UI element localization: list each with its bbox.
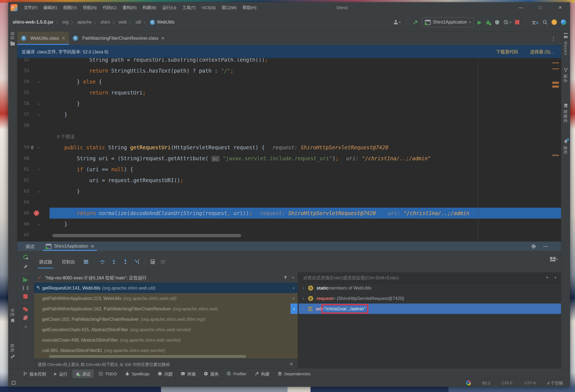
close-tab-icon[interactable]: ✕ <box>161 36 165 41</box>
line-number[interactable]: 67 <box>18 230 29 241</box>
fold-marker-icon[interactable]: ▵ <box>38 186 40 197</box>
chevron-down-icon[interactable]: ▾ <box>292 276 294 279</box>
line-number[interactable]: 55 <box>18 87 29 98</box>
expand-chevron-icon[interactable]: › <box>299 306 308 311</box>
menu-item-1[interactable]: 编辑(E) <box>40 5 60 10</box>
usages-hint[interactable]: 0 个用法 <box>52 134 75 139</box>
user-profile-button[interactable]: ▾ <box>393 20 401 24</box>
error-stripe-mark[interactable] <box>552 62 559 63</box>
stack-frame-row[interactable]: call:365, AbstractShiroFilter$1(org.apac… <box>34 345 298 356</box>
resume-button[interactable]: ▶ <box>23 277 28 282</box>
line-number[interactable]: 53 <box>18 65 29 76</box>
line-number[interactable]: 56 <box>18 98 29 109</box>
google-translate-icon[interactable] <box>466 380 471 385</box>
line-separator[interactable]: CRLF <box>502 380 513 385</box>
toolwindow-button-运行[interactable]: ▶运行 <box>51 370 71 378</box>
minimize-button[interactable]: — <box>511 2 531 13</box>
error-stripe-mark[interactable] <box>552 68 559 69</box>
stack-frame-row[interactable]: getPathWithinApplication:162, PathMatchi… <box>34 304 298 314</box>
line-number[interactable]: 64 <box>18 197 29 208</box>
choose-sources-link[interactable]: 选择源 (S)... <box>530 48 554 55</box>
menu-item-6[interactable]: 构建(B) <box>140 5 159 10</box>
dock-button-书签[interactable]: 书签 <box>8 308 17 323</box>
run-config-selector[interactable]: Shiro1Application ▾ <box>422 17 474 27</box>
menu-item-3[interactable]: 导航(N) <box>80 5 100 10</box>
stack-frame-row[interactable]: getChain:103, PathMatchingFilterChainRes… <box>34 314 298 324</box>
breadcrumb-segment[interactable]: org <box>62 20 68 25</box>
toolwindow-button-问题[interactable]: 问题 <box>154 370 176 378</box>
hide-windows-icon[interactable] <box>12 381 16 385</box>
update-notification-icon[interactable]: ↑ <box>551 19 557 25</box>
line-number[interactable]: 58 <box>18 120 29 131</box>
breadcrumb-segment[interactable]: web <box>119 20 127 25</box>
line-number[interactable]: 59 <box>18 142 29 153</box>
error-stripe-mark[interactable] <box>552 85 559 88</box>
dock-button-数据库[interactable]: 数据库 <box>561 103 570 123</box>
close-icon[interactable]: ✕ <box>91 244 94 249</box>
stack-frame-row[interactable]: getExecutionChain:415, AbstractShiroFilt… <box>34 324 298 335</box>
evaluate-expression-icon[interactable] <box>151 259 155 264</box>
error-stripe-mark[interactable] <box>552 82 559 84</box>
settings-gear-icon[interactable] <box>531 244 536 249</box>
stack-frame-row[interactable]: executeChain:448, AbstractShiroFilter(or… <box>34 335 298 345</box>
minimize-panel-icon[interactable]: — <box>543 244 548 249</box>
dock-button-通知[interactable]: 通知 <box>561 139 570 154</box>
indent-setting[interactable]: 4 个空格 <box>547 380 563 386</box>
fold-marker-icon[interactable]: ▵ <box>38 109 40 120</box>
fold-marker-icon[interactable]: ▵ <box>38 219 40 230</box>
pause-button[interactable] <box>23 286 28 290</box>
menu-item-7[interactable]: 运行(U) <box>159 5 179 10</box>
close-icon[interactable]: ✕ <box>290 362 298 367</box>
variable-row-uri[interactable]: ›uri = "/christ1na/..;/admin" <box>299 304 561 314</box>
line-number[interactable]: 65 <box>18 208 29 219</box>
maximize-button[interactable]: □ <box>531 2 550 13</box>
toolwindow-button-SpotBugs[interactable]: SpotBugs <box>122 370 153 377</box>
close-tab-icon[interactable]: ✕ <box>62 36 65 41</box>
fold-marker-icon[interactable]: ▿ <box>38 142 40 153</box>
filter-funnel-icon[interactable] <box>283 275 288 280</box>
chevron-right-icon[interactable]: › <box>291 285 297 291</box>
breadcrumb-leaf[interactable]: WebUtils <box>157 20 174 25</box>
menu-item-11[interactable]: 帮助(H) <box>240 5 260 10</box>
stack-frame-row[interactable]: ↰getRequestUri:141, WebUtils(org.apache.… <box>34 283 298 293</box>
close-button[interactable]: ✕ <box>550 2 570 13</box>
toolwindow-button-TODO[interactable]: TODO <box>95 370 120 377</box>
run-to-cursor-icon[interactable] <box>134 259 140 264</box>
expand-chevron-icon[interactable]: › <box>299 296 308 301</box>
menu-item-0[interactable]: 文件(F) <box>21 5 40 10</box>
line-number[interactable]: 61 <box>18 164 29 175</box>
breadcrumb-segment[interactable]: apache <box>77 20 92 25</box>
frames-scrollbar-thumb[interactable]: › <box>291 304 298 314</box>
toolwindow-button-Profiler[interactable]: Profiler <box>223 370 250 377</box>
toolwindow-button-构建[interactable]: 构建 <box>251 370 273 378</box>
debug-settings-wrench-icon[interactable] <box>23 264 28 269</box>
stop-process-button[interactable] <box>23 294 28 299</box>
debug-button[interactable] <box>485 19 491 25</box>
step-into-icon[interactable] <box>111 259 117 264</box>
rerun-button[interactable] <box>23 254 28 260</box>
menu-item-2[interactable]: 视图(V) <box>60 5 80 10</box>
view-breakpoints-button[interactable] <box>23 307 28 311</box>
menu-item-5[interactable]: 重构(R) <box>120 5 140 10</box>
add-watch-icon[interactable]: + <box>546 275 549 281</box>
build-hammer-icon[interactable] <box>413 20 418 25</box>
breadcrumb-segment[interactable]: shiro <box>100 20 110 25</box>
toolwindow-button-调试[interactable]: 调试 <box>72 370 94 378</box>
editor-tab-0[interactable]: CWebUtils.class✕ <box>17 32 69 45</box>
fold-marker-icon[interactable]: ▿ <box>38 76 40 87</box>
stop-button[interactable] <box>515 20 519 24</box>
toolwindow-button-版本控制[interactable]: 版本控制 <box>20 370 49 378</box>
mute-breakpoints-button[interactable] <box>23 316 28 320</box>
chevron-down-icon[interactable]: ▾ <box>554 276 556 279</box>
dock-button-结构[interactable]: 结构 <box>8 344 17 358</box>
line-number[interactable]: 60 <box>18 153 29 164</box>
toolwindow-button-Dependencies[interactable]: Dependencies <box>274 370 314 377</box>
dock-button-端点[interactable]: 端点 <box>561 68 570 83</box>
download-sources-link[interactable]: 下载源代码 <box>496 48 518 55</box>
debug-session-tab[interactable]: Shiro1Application ✕ <box>43 242 97 251</box>
toolwindow-button-服务[interactable]: 服务 <box>200 370 222 378</box>
dock-button-Maven[interactable]: mMaven <box>561 33 570 56</box>
layout-options-icon[interactable] <box>84 260 88 264</box>
trace-settings-icon[interactable] <box>161 260 165 264</box>
line-number[interactable]: 66 <box>18 219 29 230</box>
